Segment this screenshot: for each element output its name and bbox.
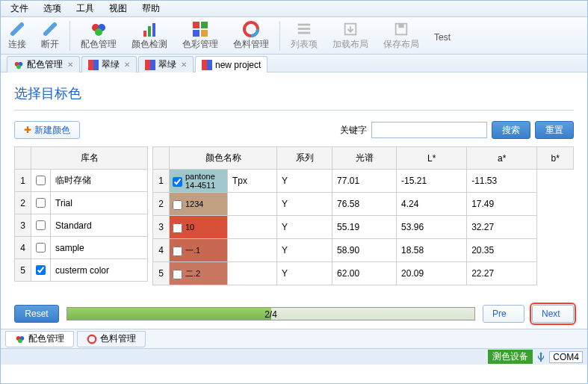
library-header: 库名 — [31, 147, 148, 170]
color-name: 1234 — [185, 199, 203, 208]
save-icon — [392, 20, 410, 38]
tb-save-layout[interactable]: 保存布局 — [376, 19, 427, 52]
menubar: 文件 选项 工具 视图 帮助 — [1, 1, 587, 17]
color-swatch[interactable]: 10 — [170, 216, 227, 238]
color-row[interactable]: 3 10 Y 55.19 53.96 32.27 — [153, 216, 574, 239]
col-a: a* — [467, 147, 537, 170]
row-checkbox[interactable] — [31, 237, 51, 259]
library-row[interactable]: 5 custerm color — [15, 259, 148, 282]
menu-help[interactable]: 帮助 — [134, 1, 167, 16]
wizard-reset-button[interactable]: Reset — [14, 305, 59, 323]
b-cell: 32.27 — [467, 216, 537, 239]
ring-icon — [242, 20, 260, 38]
tb-test[interactable]: Test — [427, 28, 458, 44]
menu-view[interactable]: 视图 — [102, 1, 134, 16]
row-number: 3 — [15, 214, 31, 237]
tb-material-mgmt[interactable]: 色料管理 — [226, 19, 276, 52]
spectrum-cell: Y — [277, 193, 332, 216]
row-checkbox[interactable] — [173, 247, 182, 256]
color-row[interactable]: 2 1234 Y 76.58 4.24 17.49 — [153, 193, 574, 216]
menu-file[interactable]: 文件 — [3, 1, 36, 16]
color-name: 10 — [185, 223, 194, 232]
next-button[interactable]: Next — [532, 305, 574, 323]
row-checkbox[interactable] — [173, 200, 182, 210]
tb-color-detect[interactable]: 颜色检测 — [124, 19, 175, 52]
library-row[interactable]: 4 sample — [15, 237, 148, 259]
library-row[interactable]: 1 临时存储 — [15, 170, 148, 192]
svg-rect-4 — [148, 26, 151, 37]
color-row[interactable]: 5 二.2 Y 62.00 20.09 22.27 — [153, 262, 574, 285]
svg-rect-7 — [201, 22, 208, 28]
palette-icon — [13, 60, 24, 70]
svg-rect-8 — [193, 30, 199, 37]
row-checkbox[interactable] — [173, 177, 182, 187]
spectrum-cell: Y — [277, 216, 332, 239]
keyword-label: 关键字 — [340, 124, 367, 137]
svg-rect-3 — [143, 31, 146, 37]
color-swatch[interactable]: 一.1 — [170, 239, 227, 261]
row-number: 4 — [153, 239, 170, 262]
statusbar: 测色设备 COM4 — [1, 348, 587, 365]
bottom-tab-color-mgmt[interactable]: 配色管理 — [5, 331, 74, 347]
row-number: 3 — [153, 216, 170, 239]
tab-color-mgmt[interactable]: 配色管理✕ — [7, 56, 80, 72]
row-checkbox[interactable] — [31, 170, 51, 192]
a-cell: 18.58 — [397, 239, 467, 262]
menu-option[interactable]: 选项 — [36, 1, 69, 16]
reset-filter-button[interactable]: 重置 — [535, 121, 574, 139]
color-row[interactable]: 4 一.1 Y 58.90 18.58 20.35 — [153, 239, 574, 262]
row-number: 5 — [15, 259, 31, 282]
row-number: 1 — [15, 170, 31, 192]
tab-cui-1[interactable]: 翠绿✕ — [81, 56, 137, 72]
close-icon[interactable]: ✕ — [124, 61, 130, 69]
svg-rect-14 — [298, 32, 311, 34]
svg-rect-13 — [298, 28, 311, 30]
b-cell: 20.35 — [467, 239, 537, 262]
row-checkbox[interactable] — [31, 259, 51, 282]
svg-rect-5 — [152, 23, 155, 37]
close-icon[interactable]: ✕ — [67, 61, 73, 69]
svg-point-30 — [88, 335, 96, 343]
color-swatch[interactable]: 1234 — [170, 193, 227, 215]
search-button[interactable]: 搜索 — [492, 121, 530, 139]
tb-connect[interactable]: 连接 — [1, 19, 34, 52]
spectrum-cell: Y — [277, 262, 332, 285]
row-checkbox[interactable] — [31, 192, 51, 214]
tab-new-project[interactable]: new project — [195, 56, 267, 72]
row-checkbox[interactable] — [173, 223, 182, 233]
tb-color-mgmt[interactable]: 配色管理 — [73, 19, 124, 52]
a-cell: 20.09 — [397, 262, 467, 285]
tb-disconnect[interactable]: 断开 — [34, 19, 66, 52]
new-color-button[interactable]: ✚新建颜色 — [14, 121, 80, 139]
library-row[interactable]: 2 Trial — [15, 192, 148, 214]
bottom-tab-material-mgmt[interactable]: 色料管理 — [77, 331, 146, 347]
library-name: 临时存储 — [51, 170, 148, 192]
row-checkbox[interactable] — [173, 270, 182, 279]
tb-load-layout[interactable]: 加载布局 — [325, 19, 376, 52]
color-swatch[interactable]: pantone 14-4511 — [170, 170, 227, 192]
library-row[interactable]: 3 Standard — [15, 214, 148, 237]
svg-rect-12 — [298, 24, 311, 26]
tb-list[interactable]: 列表项 — [283, 19, 325, 52]
svg-point-20 — [16, 64, 21, 69]
tab-cui-2[interactable]: 翠绿✕ — [138, 56, 194, 72]
grid-icon — [191, 20, 209, 38]
swatch-icon — [88, 60, 99, 70]
L-cell: 62.00 — [332, 262, 397, 285]
keyword-input[interactable] — [371, 122, 487, 138]
close-icon[interactable]: ✕ — [181, 61, 187, 69]
row-number: 5 — [153, 262, 170, 285]
a-cell: -15.21 — [397, 170, 467, 193]
library-name: custerm color — [51, 259, 148, 282]
color-row[interactable]: 1 pantone 14-4511 Tpx Y 77.01 -15.21 -11… — [153, 170, 574, 193]
svg-rect-17 — [398, 24, 403, 28]
menu-tool[interactable]: 工具 — [69, 1, 102, 16]
pre-button[interactable]: Pre — [483, 305, 524, 323]
progress-bar: 2/4 — [66, 307, 475, 320]
tb-color-manage[interactable]: 色彩管理 — [175, 19, 226, 52]
color-name: 二.2 — [185, 269, 200, 278]
row-checkbox[interactable] — [31, 214, 51, 237]
load-icon — [341, 20, 359, 38]
color-swatch[interactable]: 二.2 — [170, 262, 227, 285]
color-name: 一.1 — [185, 246, 200, 255]
